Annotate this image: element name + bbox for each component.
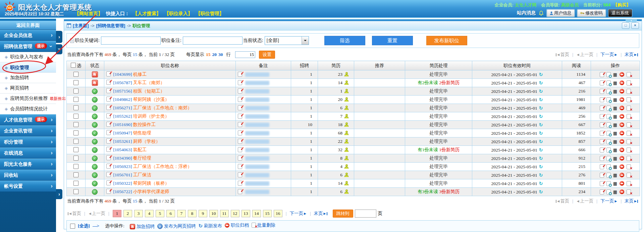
refresh-period-icon[interactable]: ↻ (539, 172, 543, 178)
preview-icon[interactable] (606, 72, 611, 77)
row-checkbox[interactable] (73, 89, 78, 94)
page-size-input[interactable] (235, 51, 255, 58)
edit-position-icon[interactable] (106, 180, 111, 185)
publish-new-position-button[interactable]: 发布新职位 (426, 36, 467, 45)
edit-remark-icon[interactable] (238, 80, 242, 85)
position-manage-link[interactable]: 【职位管理】 (196, 11, 224, 16)
edit-icon[interactable] (600, 181, 604, 186)
sidebar-item[interactable]: ◈会员招聘情况统计 (0, 104, 56, 114)
bulk-action-refresh[interactable]: ↻刷新发布 (198, 223, 222, 229)
page-button[interactable]: 5 (156, 210, 164, 217)
sidebar-group[interactable]: 招聘信息管理提示› (0, 41, 56, 52)
edit-icon[interactable] (600, 72, 604, 77)
collapse-up-button[interactable]: ▲ (626, 19, 637, 22)
row-checkbox[interactable] (73, 114, 78, 119)
position-id-link[interactable]: [1056722] (113, 189, 132, 194)
page-button[interactable]: 11 (220, 210, 229, 217)
buy-points-link[interactable]: 【购买】 (613, 2, 631, 7)
page-size-option[interactable]: 30 (218, 52, 223, 57)
reset-button[interactable]: 重置 (372, 36, 413, 45)
archive-icon[interactable] (620, 114, 624, 119)
refresh-period-icon[interactable]: ↻ (539, 156, 543, 161)
delete-icon[interactable]: × (627, 114, 631, 119)
sidebar-item[interactable]: ◈应聘简历分析推荐最新推出 (0, 94, 56, 104)
resume-person-icon[interactable] (344, 139, 348, 143)
delete-icon[interactable]: × (627, 131, 631, 136)
edit-position-icon[interactable] (106, 164, 111, 169)
position-id-link[interactable]: [1050322] (113, 181, 132, 186)
grid-icon[interactable]: ▦ (613, 89, 617, 94)
select-all-checkbox[interactable] (71, 63, 76, 68)
row-checkbox[interactable] (73, 189, 78, 194)
delete-icon[interactable]: × (627, 156, 631, 161)
bulk-action-web[interactable]: e发布为网页招聘 (157, 223, 196, 229)
position-id-link[interactable]: [1054063] (113, 147, 132, 152)
edit-position-icon[interactable] (106, 172, 111, 177)
position-id-link[interactable]: [1056787] (113, 80, 132, 85)
select-all-checkbox[interactable] (70, 224, 75, 229)
sidebar-group[interactable]: 回收站› (0, 170, 56, 181)
archive-icon[interactable] (620, 139, 624, 144)
refresh-period-icon[interactable]: ↻ (539, 122, 543, 127)
resume-person-icon[interactable] (344, 97, 348, 102)
row-checkbox[interactable] (73, 97, 78, 102)
refresh-period-icon[interactable]: ↻ (539, 181, 543, 186)
position-id-link[interactable]: [1051690] (113, 122, 132, 127)
page-button[interactable]: 13 (241, 210, 250, 217)
position-id-link[interactable]: [1056923] (113, 164, 132, 169)
refresh-period-icon[interactable]: ↻ (539, 189, 543, 194)
row-checkbox[interactable] (73, 105, 78, 110)
preview-icon[interactable] (606, 80, 611, 85)
position-name-link[interactable]: 装配工 (133, 147, 147, 152)
preview-icon[interactable] (606, 173, 611, 178)
position-name-link[interactable]: 小学科学代课老师 (133, 189, 169, 194)
page-button[interactable]: 9 (199, 210, 207, 217)
filter-button[interactable]: 筛选 (324, 36, 365, 45)
page-button[interactable]: 16 (274, 210, 282, 217)
refresh-period-icon[interactable]: ↻ (539, 139, 543, 144)
pager-next[interactable]: 下一页▶ (600, 198, 618, 204)
row-checkbox[interactable] (73, 181, 78, 186)
edit-remark-icon[interactable] (238, 189, 242, 194)
page-size-option[interactable]: 15 (206, 52, 211, 57)
grid-icon[interactable]: ▦ (613, 131, 617, 135)
edit-remark-icon[interactable] (238, 122, 242, 127)
resume-person-icon[interactable] (344, 131, 348, 135)
edit-icon[interactable] (600, 148, 604, 153)
grid-icon[interactable]: ▦ (613, 72, 617, 77)
archive-icon[interactable] (620, 164, 624, 169)
grid-icon[interactable]: ▦ (613, 81, 617, 85)
sidebar-group[interactable]: 人才信息管理提示› (0, 114, 56, 125)
edit-remark-icon[interactable] (238, 164, 242, 169)
sidebar-item-active[interactable]: ◈职位管理 (0, 62, 56, 73)
sidebar-item[interactable]: ◈职位录入与发布 (0, 52, 56, 62)
preview-icon[interactable] (606, 106, 611, 111)
archive-icon[interactable] (620, 131, 624, 135)
edit-position-icon[interactable] (106, 113, 111, 118)
sidebar-item[interactable]: ◈加急招聘 (0, 73, 56, 83)
row-checkbox[interactable] (73, 164, 78, 169)
page-button[interactable]: 10 (209, 210, 218, 217)
sidebar-group[interactable]: 帐号设置› (0, 181, 56, 192)
row-checkbox[interactable] (73, 130, 78, 135)
page-button[interactable]: 6 (166, 210, 175, 217)
edit-icon[interactable] (600, 97, 604, 102)
edit-position-icon[interactable] (106, 130, 111, 135)
resume-person-icon[interactable] (344, 114, 348, 118)
position-id-link[interactable]: [1056271] (113, 105, 132, 110)
preview-icon[interactable] (606, 189, 611, 194)
page-button[interactable]: 1 (113, 210, 121, 217)
preview-icon[interactable] (606, 164, 611, 169)
resume-person-icon[interactable] (344, 173, 348, 177)
archive-icon[interactable] (620, 106, 624, 110)
collapse-down-handle[interactable]: › (56, 44, 62, 54)
position-id-link[interactable]: [1034390] (113, 156, 132, 161)
delete-icon[interactable]: × (627, 106, 631, 111)
position-name-link[interactable]: 培训师（护士类） (133, 114, 169, 119)
edit-remark-icon[interactable] (238, 114, 242, 119)
archive-icon[interactable] (620, 189, 624, 194)
resume-person-icon[interactable] (344, 80, 348, 85)
grid-icon[interactable]: ▦ (613, 165, 617, 169)
edit-remark-icon[interactable] (238, 147, 242, 152)
edit-remark-icon[interactable] (238, 105, 242, 110)
